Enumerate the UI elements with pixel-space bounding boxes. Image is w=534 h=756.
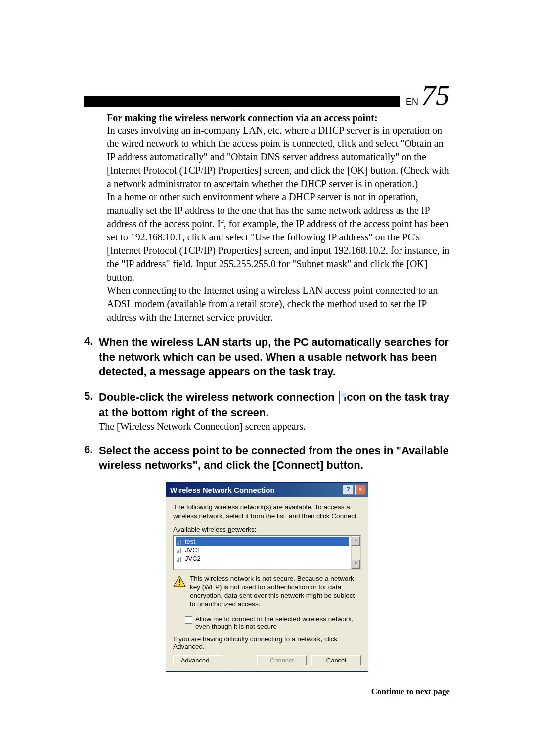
signal-icon [177, 539, 182, 545]
step-6: 6. Select the access point to be connect… [84, 443, 450, 472]
step-4-num: 4. [84, 335, 99, 379]
svg-rect-0 [177, 543, 178, 545]
allow-checkbox-row[interactable]: Allow me to connect to the selected wire… [185, 615, 361, 630]
step-4: 4. When the wireless LAN starts up, the … [84, 335, 450, 379]
warning-icon [173, 575, 186, 588]
dialog-title: Wireless Network Connection [170, 486, 343, 494]
signal-icon [177, 556, 182, 562]
advanced-text: If you are having difficulty connecting … [173, 635, 361, 650]
svg-rect-11 [179, 584, 180, 585]
list-item[interactable]: JVC1 [176, 546, 349, 554]
connect-button[interactable]: Connect [257, 655, 307, 665]
svg-rect-7 [178, 558, 179, 562]
cancel-button[interactable]: Cancel [312, 655, 361, 665]
continue-footer: Continue to next page [371, 687, 450, 697]
page-label-small: EN [406, 97, 418, 107]
step-5-text: Double-click the wireless network connec… [99, 390, 450, 420]
header-bar: EN 75 [84, 84, 450, 107]
wireless-tray-icon [339, 390, 340, 405]
svg-rect-1 [178, 541, 179, 545]
list-item[interactable]: JVC2 [176, 554, 349, 563]
list-item-label: JVC2 [185, 555, 201, 562]
section-p3: When connecting to the Internet using a … [107, 284, 450, 324]
svg-rect-3 [177, 551, 178, 553]
scrollbar[interactable]: ▴ ▾ [351, 536, 360, 569]
svg-rect-4 [178, 550, 179, 553]
list-item-label: JVC1 [185, 546, 201, 554]
step-6-text: Select the access point to be connected … [99, 443, 450, 472]
scroll-down-icon[interactable]: ▾ [352, 560, 360, 569]
step-6-num: 6. [84, 443, 99, 472]
black-rule [84, 96, 400, 107]
step-5-num: 5. [84, 390, 99, 432]
dialog-titlebar: Wireless Network Connection ? × [166, 483, 368, 497]
svg-rect-8 [180, 557, 181, 562]
page-number: EN 75 [406, 84, 450, 107]
section-p2: In a home or other such environment wher… [107, 190, 450, 284]
svg-rect-10 [179, 579, 180, 583]
step-4-text: When the wireless LAN starts up, the PC … [99, 335, 450, 379]
scroll-track[interactable] [352, 546, 360, 560]
svg-rect-5 [180, 548, 181, 553]
dialog-intro: The following wireless network(s) are av… [173, 503, 361, 520]
page-number-large: 75 [421, 84, 450, 107]
checkbox[interactable] [185, 616, 192, 624]
scroll-up-icon[interactable]: ▴ [352, 536, 360, 546]
help-button[interactable]: ? [343, 485, 354, 495]
svg-rect-6 [177, 560, 178, 562]
wireless-dialog: Wireless Network Connection ? × The foll… [166, 482, 368, 672]
warning-text: This wireless network is not secure. Bec… [190, 575, 361, 609]
section-p1: In cases involving an in-company LAN, et… [107, 124, 450, 190]
section-heading: For making the wireless network connecti… [107, 112, 450, 124]
list-item[interactable]: test [176, 537, 349, 546]
list-item-label: test [185, 538, 195, 545]
networks-listbox[interactable]: test JVC1 JVC2 ▴ ▾ [173, 535, 361, 570]
advanced-button[interactable]: Advanced... [173, 655, 222, 665]
close-button[interactable]: × [355, 485, 366, 495]
checkbox-label: Allow me to connect to the selected wire… [195, 615, 361, 630]
step-5-text-a: Double-click the wireless network connec… [99, 391, 335, 403]
svg-rect-2 [180, 540, 181, 545]
list-label: Available wireless networks: [173, 526, 361, 533]
step-5: 5. Double-click the wireless network con… [84, 390, 450, 432]
step-5-sub: The [Wireless Network Connection] screen… [99, 421, 450, 432]
signal-icon [177, 547, 182, 553]
